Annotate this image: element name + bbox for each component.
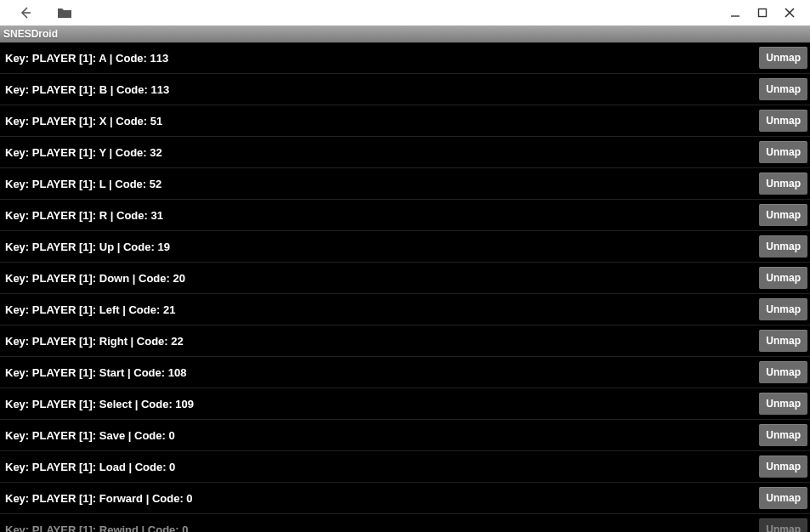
unmap-button[interactable]: Unmap: [759, 393, 807, 415]
chrome-left: [7, 1, 78, 25]
unmap-button[interactable]: Unmap: [759, 267, 807, 289]
minimize-icon: [730, 8, 740, 18]
close-button[interactable]: [776, 1, 803, 25]
mapping-row[interactable]: Key: PLAYER [1]: Right | Code: 22Unmap: [0, 325, 810, 357]
mapping-label: Key: PLAYER [1]: X | Code: 51: [5, 115, 162, 127]
unmap-button[interactable]: Unmap: [759, 78, 807, 100]
maximize-icon: [757, 8, 768, 18]
mapping-label: Key: PLAYER [1]: Down | Code: 20: [5, 272, 185, 285]
unmap-button[interactable]: Unmap: [759, 361, 807, 383]
mapping-row[interactable]: Key: PLAYER [1]: B | Code: 113Unmap: [0, 74, 810, 105]
window-chrome: [0, 0, 810, 25]
maximize-button[interactable]: [749, 1, 776, 25]
minimize-button[interactable]: [722, 1, 749, 25]
mapping-row[interactable]: Key: PLAYER [1]: Down | Code: 20Unmap: [0, 263, 810, 294]
unmap-button[interactable]: Unmap: [759, 518, 807, 532]
mapping-label: Key: PLAYER [1]: Start | Code: 108: [5, 366, 186, 379]
back-button[interactable]: [12, 1, 39, 25]
mapping-label: Key: PLAYER [1]: Select | Code: 109: [5, 398, 194, 410]
back-arrow-icon: [19, 6, 32, 20]
mapping-row[interactable]: Key: PLAYER [1]: Start | Code: 108Unmap: [0, 357, 810, 388]
mapping-label: Key: PLAYER [1]: Left | Code: 21: [5, 303, 175, 316]
mapping-label: Key: PLAYER [1]: Forward | Code: 0: [5, 492, 193, 505]
mapping-row[interactable]: Key: PLAYER [1]: Y | Code: 32Unmap: [0, 137, 810, 168]
mapping-label: Key: PLAYER [1]: Load | Code: 0: [5, 461, 175, 473]
mapping-row[interactable]: Key: PLAYER [1]: L | Code: 52Unmap: [0, 168, 810, 200]
mapping-row[interactable]: Key: PLAYER [1]: Rewind | Code: 0Unmap: [0, 514, 810, 532]
unmap-button[interactable]: Unmap: [759, 487, 807, 509]
unmap-button[interactable]: Unmap: [759, 141, 807, 163]
folder-button[interactable]: [51, 1, 78, 25]
unmap-button[interactable]: Unmap: [759, 173, 807, 195]
unmap-button[interactable]: Unmap: [759, 298, 807, 320]
unmap-button[interactable]: Unmap: [759, 456, 807, 478]
mapping-row[interactable]: Key: PLAYER [1]: Up | Code: 19Unmap: [0, 231, 810, 263]
mapping-row[interactable]: Key: PLAYER [1]: R | Code: 31Unmap: [0, 200, 810, 231]
svg-rect-2: [759, 9, 767, 17]
mapping-label: Key: PLAYER [1]: L | Code: 52: [5, 178, 161, 190]
mapping-label: Key: PLAYER [1]: R | Code: 31: [5, 209, 163, 222]
mapping-label: Key: PLAYER [1]: Y | Code: 32: [5, 146, 162, 159]
mapping-row[interactable]: Key: PLAYER [1]: X | Code: 51Unmap: [0, 105, 810, 137]
mapping-row[interactable]: Key: PLAYER [1]: Save | Code: 0Unmap: [0, 420, 810, 451]
title-bar: SNESDroid: [0, 25, 810, 42]
mapping-label: Key: PLAYER [1]: Save | Code: 0: [5, 429, 175, 442]
mapping-row[interactable]: Key: PLAYER [1]: Select | Code: 109Unmap: [0, 388, 810, 420]
close-icon: [785, 8, 795, 18]
folder-icon: [57, 7, 72, 19]
app-title: SNESDroid: [3, 28, 58, 40]
mapping-label: Key: PLAYER [1]: Rewind | Code: 0: [5, 524, 189, 533]
mapping-label: Key: PLAYER [1]: Up | Code: 19: [5, 241, 170, 253]
mapping-label: Key: PLAYER [1]: B | Code: 113: [5, 83, 169, 96]
mapping-list[interactable]: Key: PLAYER [1]: A | Code: 113UnmapKey: …: [0, 42, 810, 532]
mapping-row[interactable]: Key: PLAYER [1]: Left | Code: 21Unmap: [0, 294, 810, 325]
unmap-button[interactable]: Unmap: [759, 330, 807, 352]
mapping-row[interactable]: Key: PLAYER [1]: A | Code: 113Unmap: [0, 42, 810, 74]
mapping-row[interactable]: Key: PLAYER [1]: Forward | Code: 0Unmap: [0, 483, 810, 514]
unmap-button[interactable]: Unmap: [759, 235, 807, 258]
chrome-right: [722, 1, 803, 25]
unmap-button[interactable]: Unmap: [759, 47, 807, 69]
mapping-label: Key: PLAYER [1]: A | Code: 113: [5, 52, 168, 65]
unmap-button[interactable]: Unmap: [759, 110, 807, 132]
mapping-row[interactable]: Key: PLAYER [1]: Load | Code: 0Unmap: [0, 451, 810, 483]
unmap-button[interactable]: Unmap: [759, 424, 807, 446]
unmap-button[interactable]: Unmap: [759, 204, 807, 226]
mapping-label: Key: PLAYER [1]: Right | Code: 22: [5, 335, 184, 348]
